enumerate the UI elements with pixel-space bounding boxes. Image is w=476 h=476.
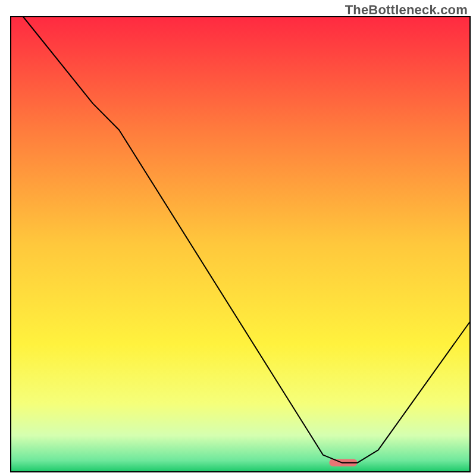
bottleneck-chart: TheBottleneck.com (0, 0, 476, 476)
plot-background (11, 17, 470, 472)
chart-svg (0, 0, 476, 476)
